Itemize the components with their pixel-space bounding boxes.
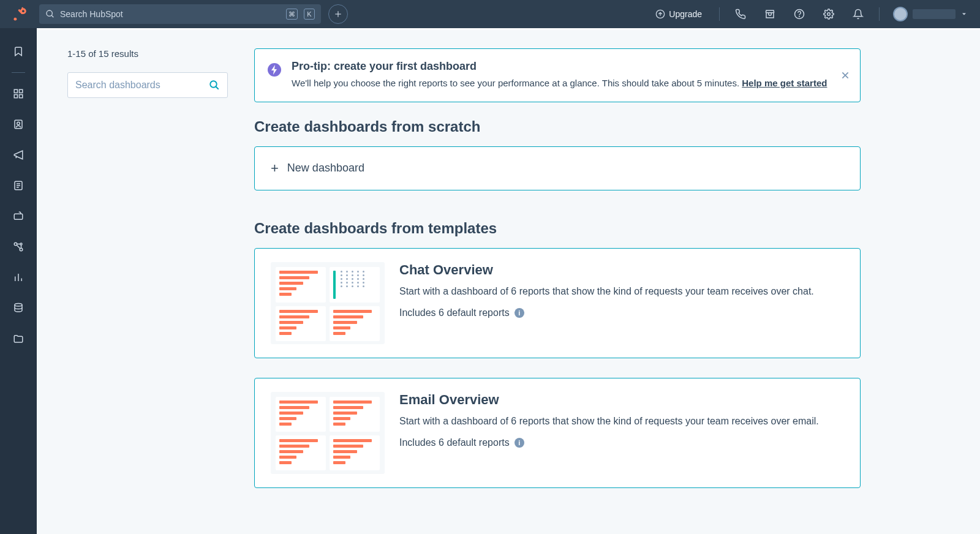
svg-point-18 <box>17 122 20 125</box>
template-thumbnail <box>271 262 385 344</box>
svg-rect-4 <box>21 7 23 10</box>
svg-point-2 <box>13 18 17 21</box>
upgrade-label: Upgrade <box>669 9 702 19</box>
rail-marketing-icon[interactable] <box>6 143 31 167</box>
settings-icon[interactable] <box>818 4 840 24</box>
help-me-link[interactable]: Help me get started <box>742 78 827 88</box>
svg-line-6 <box>51 15 53 17</box>
content-area: 1-15 of 15 results Pro-tip: create your … <box>37 28 980 534</box>
template-includes: Includes 6 default reports i <box>399 307 814 318</box>
svg-point-11 <box>799 16 800 17</box>
template-title: Chat Overview <box>399 262 814 278</box>
svg-point-12 <box>827 13 831 16</box>
rail-dashboards-icon[interactable] <box>6 81 31 106</box>
pro-tip-title: Pro-tip: create your first dashboard <box>292 60 827 73</box>
svg-rect-14 <box>20 89 23 92</box>
rail-reporting-icon[interactable] <box>6 265 31 290</box>
template-desc: Start with a dashboard of 6 reports that… <box>399 284 814 299</box>
upgrade-icon <box>655 9 665 19</box>
close-banner-button[interactable] <box>840 70 850 80</box>
info-icon[interactable]: i <box>514 308 524 318</box>
template-card-chat[interactable]: Chat Overview Start with a dashboard of … <box>254 248 861 358</box>
global-search-input[interactable] <box>60 9 280 19</box>
svg-point-26 <box>20 243 22 245</box>
left-rail <box>0 28 37 534</box>
svg-point-5 <box>47 10 52 16</box>
template-title: Email Overview <box>399 392 819 408</box>
help-icon[interactable] <box>788 4 810 24</box>
rail-contacts-icon[interactable] <box>6 112 31 137</box>
new-dashboard-card[interactable]: + New dashboard <box>254 146 861 190</box>
create-button[interactable] <box>328 4 348 24</box>
svg-rect-13 <box>14 89 17 92</box>
upgrade-button[interactable]: Upgrade <box>648 9 709 19</box>
results-count: 1-15 of 15 results <box>67 48 254 59</box>
bolt-icon <box>267 62 282 77</box>
svg-rect-16 <box>20 95 23 98</box>
chevron-down-icon <box>960 10 968 18</box>
plus-icon <box>334 10 342 18</box>
info-icon[interactable]: i <box>514 438 524 448</box>
search-icon <box>209 80 220 91</box>
dashboard-search-input[interactable] <box>75 80 209 91</box>
rail-commerce-icon[interactable] <box>6 204 31 228</box>
kbd-cmd: ⌘ <box>286 9 298 20</box>
kbd-k: K <box>304 9 315 20</box>
svg-point-31 <box>210 81 217 88</box>
svg-point-30 <box>15 304 22 307</box>
avatar <box>893 7 908 21</box>
template-includes: Includes 6 default reports i <box>399 437 819 448</box>
new-dashboard-label: New dashboard <box>287 162 364 175</box>
svg-point-1 <box>22 10 24 12</box>
marketplace-icon[interactable] <box>759 4 781 24</box>
filter-pane: 1-15 of 15 results <box>67 48 254 534</box>
rail-data-icon[interactable] <box>6 296 31 320</box>
account-menu[interactable] <box>889 7 971 21</box>
scratch-heading: Create dashboards from scratch <box>254 118 861 135</box>
close-icon <box>840 70 850 80</box>
hubspot-logo[interactable] <box>9 6 32 22</box>
notifications-icon[interactable] <box>847 4 869 24</box>
svg-line-32 <box>216 86 219 89</box>
pro-tip-body: We'll help you choose the right reports … <box>292 77 827 91</box>
pro-tip-banner: Pro-tip: create your first dashboard We'… <box>254 48 861 102</box>
rail-content-icon[interactable] <box>6 173 31 198</box>
dashboard-search[interactable] <box>67 72 228 98</box>
svg-rect-15 <box>14 95 17 98</box>
search-icon <box>45 9 55 19</box>
calling-icon[interactable] <box>729 4 752 24</box>
templates-heading: Create dashboards from templates <box>254 220 861 237</box>
account-name <box>913 9 956 19</box>
template-card-email[interactable]: Email Overview Start with a dashboard of… <box>254 378 861 488</box>
main-column: Pro-tip: create your first dashboard We'… <box>254 48 861 534</box>
rail-bookmarks-icon[interactable] <box>6 39 31 64</box>
top-nav: ⌘ K Upgrade <box>0 0 980 28</box>
template-thumbnail <box>271 392 385 474</box>
svg-rect-23 <box>14 214 23 219</box>
plus-icon: + <box>271 160 279 176</box>
global-search[interactable]: ⌘ K <box>39 4 321 24</box>
rail-library-icon[interactable] <box>6 326 31 351</box>
rail-automation-icon[interactable] <box>6 235 31 259</box>
template-desc: Start with a dashboard of 6 reports that… <box>399 414 819 429</box>
